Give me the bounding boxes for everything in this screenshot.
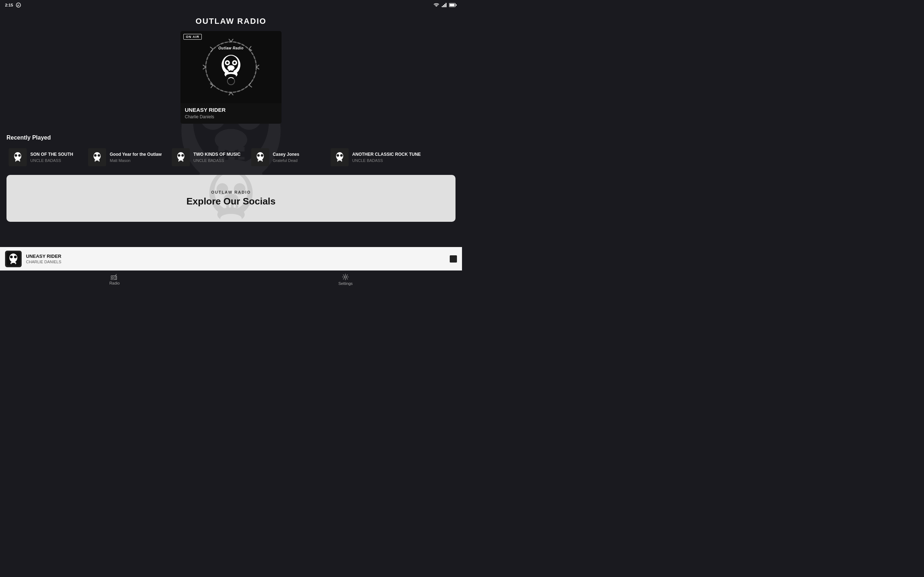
svg-point-91 bbox=[340, 154, 342, 157]
track-thumbnail bbox=[251, 148, 269, 166]
mini-player-skull-icon bbox=[6, 252, 20, 266]
now-playing-artist: Charlie Daniels bbox=[185, 114, 277, 119]
loading-spinner bbox=[227, 77, 235, 85]
track-title: TWO KINDS OF MUSIC bbox=[194, 152, 241, 158]
track-thumbnail bbox=[88, 148, 106, 166]
svg-rect-16 bbox=[443, 5, 444, 7]
wifi-icon bbox=[433, 3, 439, 7]
track-artist: UNCLE BADASS bbox=[352, 158, 421, 163]
svg-line-34 bbox=[211, 85, 213, 88]
track-title: ANOTHER CLASSIC ROCK TUNE bbox=[352, 152, 421, 158]
svg-rect-21 bbox=[450, 4, 455, 6]
svg-point-115 bbox=[11, 263, 16, 265]
track-artist: UNCLE BADASS bbox=[30, 158, 78, 163]
track-artist: Matt Mason bbox=[110, 158, 162, 163]
svg-rect-51 bbox=[228, 71, 234, 72]
svg-point-45 bbox=[234, 62, 236, 64]
now-playing-card[interactable]: ON AIR bbox=[181, 31, 281, 124]
svg-rect-15 bbox=[442, 6, 443, 7]
battery-icon bbox=[449, 3, 457, 7]
svg-text:P: P bbox=[17, 4, 19, 7]
track-info: Casey Jones Grateful Dead bbox=[273, 152, 320, 163]
svg-point-73 bbox=[181, 154, 184, 157]
list-item[interactable]: Good Year for the Outlaw Matt Mason bbox=[83, 145, 167, 169]
svg-line-29 bbox=[231, 39, 233, 42]
track-skull-icon bbox=[175, 151, 187, 163]
list-item[interactable]: SON OF THE SOUTH UNCLE BADASS bbox=[3, 145, 83, 169]
page-title: OUTLAW RADIO bbox=[0, 10, 462, 31]
app-icon: P bbox=[16, 3, 21, 8]
track-title: SON OF THE SOUTH bbox=[30, 152, 78, 158]
now-playing-track-title: UNEASY RIDER bbox=[185, 107, 277, 113]
mini-player-stop-button[interactable] bbox=[450, 255, 457, 263]
svg-point-63 bbox=[94, 154, 97, 157]
svg-point-69 bbox=[95, 161, 99, 163]
recently-played-section: Recently Played bbox=[0, 134, 462, 175]
svg-point-96 bbox=[338, 161, 341, 163]
socials-title: Explore Our Socials bbox=[186, 196, 275, 207]
list-item[interactable]: TWO KINDS OF MUSIC UNCLE BADASS bbox=[167, 145, 246, 169]
socials-section[interactable]: OUTLAW RADIO Explore Our Socials bbox=[6, 175, 456, 222]
track-skull-icon bbox=[333, 151, 346, 163]
status-left: 2:15 P bbox=[5, 3, 21, 8]
track-thumbnail bbox=[331, 148, 349, 166]
list-item[interactable]: Casey Jones Grateful Dead bbox=[246, 145, 326, 169]
svg-point-90 bbox=[336, 154, 339, 157]
mini-player[interactable]: UNEASY RIDER CHARLIE DANIELS bbox=[0, 247, 462, 271]
track-info: ANOTHER CLASSIC ROCK TUNE UNCLE BADASS bbox=[352, 152, 421, 163]
svg-point-46 bbox=[228, 65, 234, 70]
card-artwork-inner: Outlaw Radio bbox=[202, 38, 260, 96]
track-title: Casey Jones bbox=[273, 152, 320, 158]
recently-played-list: SON OF THE SOUTH UNCLE BADASS bbox=[0, 145, 462, 175]
svg-point-64 bbox=[98, 154, 100, 157]
bottom-nav: Radio Settings bbox=[0, 271, 462, 288]
svg-point-122 bbox=[344, 276, 347, 278]
signal-icon bbox=[442, 3, 447, 7]
svg-line-38 bbox=[210, 47, 213, 49]
svg-point-82 bbox=[261, 154, 263, 157]
svg-point-87 bbox=[258, 161, 262, 163]
svg-point-44 bbox=[226, 62, 228, 64]
track-info: Good Year for the Outlaw Matt Mason bbox=[110, 152, 162, 163]
track-artist: Grateful Dead bbox=[273, 158, 320, 163]
svg-point-110 bbox=[14, 255, 17, 258]
card-info: UNEASY RIDER Charlie Daniels bbox=[181, 103, 281, 124]
svg-line-36 bbox=[249, 85, 252, 87]
track-info: SON OF THE SOUTH UNCLE BADASS bbox=[30, 152, 78, 163]
mini-player-thumbnail bbox=[5, 251, 22, 267]
settings-nav-label: Settings bbox=[338, 281, 353, 285]
svg-rect-17 bbox=[444, 4, 446, 7]
mini-player-title: UNEASY RIDER bbox=[26, 253, 450, 259]
settings-icon bbox=[342, 274, 349, 280]
mini-player-artist: CHARLIE DANIELS bbox=[26, 259, 450, 264]
radio-nav-label: Radio bbox=[109, 281, 120, 285]
nav-item-radio[interactable]: Radio bbox=[95, 272, 134, 287]
track-thumbnail bbox=[9, 148, 27, 166]
svg-point-109 bbox=[10, 255, 13, 258]
status-bar: 2:15 P bbox=[0, 0, 462, 10]
card-artwork: Outlaw Radio bbox=[181, 31, 281, 103]
main-content: OUTLAW RADIO ON AIR bbox=[0, 10, 462, 247]
track-skull-icon bbox=[91, 151, 103, 163]
svg-rect-18 bbox=[446, 3, 447, 7]
nav-item-settings[interactable]: Settings bbox=[324, 272, 367, 288]
socials-label: OUTLAW RADIO bbox=[211, 190, 251, 194]
svg-point-117 bbox=[112, 277, 114, 279]
svg-line-31 bbox=[231, 92, 233, 95]
track-thumbnail bbox=[172, 148, 190, 166]
svg-point-78 bbox=[179, 161, 183, 163]
list-item[interactable]: ANOTHER CLASSIC ROCK TUNE UNCLE BADASS bbox=[326, 145, 426, 169]
status-right bbox=[433, 3, 457, 7]
svg-point-81 bbox=[257, 154, 260, 157]
track-skull-icon bbox=[11, 151, 24, 163]
svg-point-54 bbox=[15, 154, 17, 157]
track-title: Good Year for the Outlaw bbox=[110, 152, 162, 158]
radio-icon bbox=[111, 274, 118, 280]
track-info: TWO KINDS OF MUSIC UNCLE BADASS bbox=[194, 152, 241, 163]
svg-rect-20 bbox=[456, 4, 457, 6]
svg-point-72 bbox=[178, 154, 180, 157]
svg-point-55 bbox=[18, 154, 21, 157]
track-skull-icon bbox=[254, 151, 267, 163]
recently-played-label: Recently Played bbox=[0, 134, 462, 145]
track-artist: UNCLE BADASS bbox=[194, 158, 241, 163]
